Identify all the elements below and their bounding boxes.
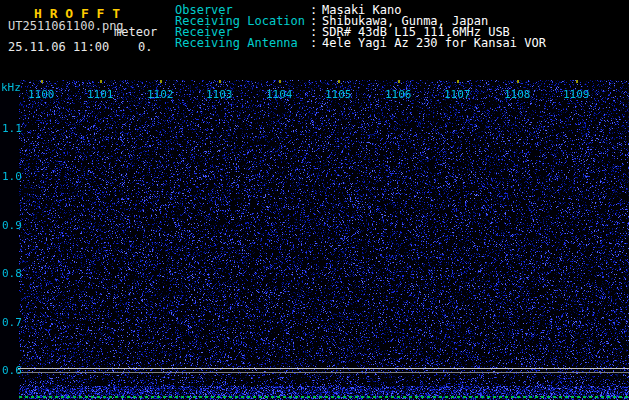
spectrogram-canvas [0, 80, 629, 400]
station-info: Observer:Masaki Kano Receiving Location:… [175, 5, 546, 49]
time-label: 1106 [385, 88, 412, 101]
freq-label: 1.0 [2, 170, 18, 183]
hrofft-screen: H R O F F T UT2511061100.png meteor 25.1… [0, 0, 629, 400]
freq-unit-label: kHz [1, 81, 21, 94]
info-colon: : [310, 38, 322, 49]
comment-label: meteor [114, 25, 157, 39]
time-label: 1102 [147, 88, 174, 101]
time-label: 1104 [266, 88, 293, 101]
time-label: 1103 [206, 88, 233, 101]
filename-label: UT2511061100.png [8, 19, 124, 33]
time-label: 1108 [504, 88, 531, 101]
time-label: 1107 [444, 88, 471, 101]
info-row-antenna: Receiving Antenna:4ele Yagi Az 230 for K… [175, 38, 546, 49]
freq-label: 1.1 [2, 122, 18, 135]
datetime-label: 25.11.06 11:00 0. [8, 40, 153, 54]
time-label: 1100 [28, 88, 55, 101]
time-label: 1109 [563, 88, 590, 101]
freq-label: 0.7 [2, 316, 18, 329]
freq-label: 0.9 [2, 219, 18, 232]
header: H R O F F T UT2511061100.png meteor 25.1… [0, 0, 629, 80]
time-label: 1105 [325, 88, 352, 101]
freq-label: 0.8 [2, 267, 18, 280]
info-value: 4ele Yagi Az 230 for Kansai VOR [322, 38, 546, 49]
time-label: 1101 [87, 88, 114, 101]
info-label: Receiving Antenna [175, 38, 310, 49]
freq-label: 0.6 [2, 364, 18, 377]
